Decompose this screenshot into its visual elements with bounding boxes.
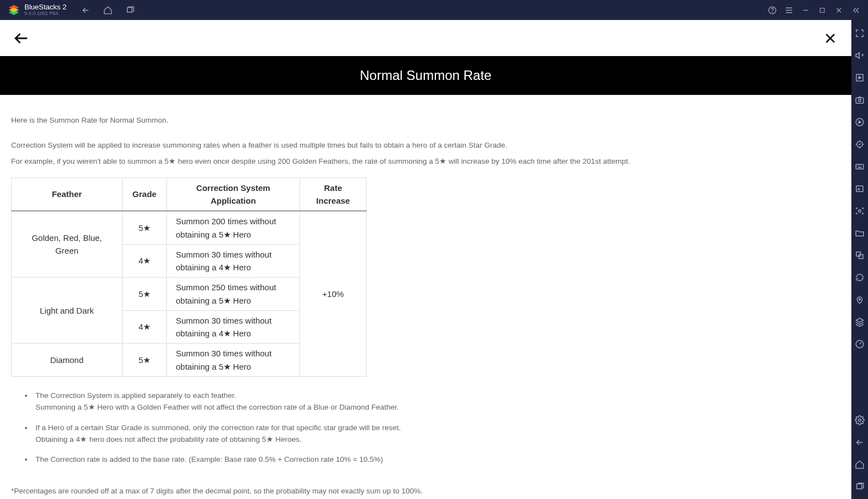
cell-grade: 5★ [123,211,167,244]
intro-line-3: For example, if you weren't able to summ… [11,156,840,168]
keyboard-icon[interactable] [854,161,865,172]
settings-icon[interactable] [854,415,865,426]
cell-feather: Golden, Red, Blue, Green [12,211,123,278]
svg-rect-11 [856,186,863,192]
play-square-icon[interactable] [854,72,865,83]
svg-point-15 [859,299,861,300]
note-line-a: The Correction System is applied separat… [35,390,840,402]
layers-icon[interactable] [854,316,865,327]
th-grade: Grade [123,178,167,211]
collapse-sidebar-icon[interactable] [847,2,864,18]
side-recents-icon[interactable] [854,481,865,492]
table-row: Golden, Red, Blue, Green 5★ Summon 200 t… [12,211,367,244]
menu-icon[interactable] [780,2,797,18]
side-toolbar [851,20,868,499]
svg-point-12 [859,210,861,213]
folder-icon[interactable] [854,228,865,239]
cell-feather: Diamond [12,344,123,377]
cell-grade: 5★ [123,278,167,311]
notes-list: The Correction System is applied separat… [33,390,840,466]
page-content: Here is the Summon Rate for Normal Summo… [0,95,851,499]
th-feather: Feather [12,178,123,211]
page-title-bar: Normal Summon Rate [0,56,851,95]
list-item: If a Hero of a certain Star Grade is sum… [33,422,840,446]
nav-recents-icon[interactable] [122,2,139,18]
note-line-b: Summoning a 5★ Hero with a Golden Feathe… [35,402,840,414]
note-line-a: If a Hero of a certain Star Grade is sum… [35,422,840,434]
cell-apply: Summon 30 times without obtaining a 5★ H… [167,344,300,377]
help-icon[interactable] [764,2,780,18]
svg-rect-18 [857,484,862,489]
nav-home-icon[interactable] [100,2,116,18]
svg-point-17 [859,419,861,422]
svg-point-9 [859,144,860,145]
cell-feather: Light and Dark [12,278,123,344]
note-line-b: Obtaining a 4★ hero does not affect the … [35,434,840,446]
correction-table: Feather Grade Correction System Applicat… [11,178,367,377]
note-line-a: The Correction rate is added to the base… [35,454,840,466]
locate-icon[interactable] [854,139,865,150]
window-minimize-icon[interactable] [797,2,814,18]
svg-rect-5 [856,98,864,103]
record-icon[interactable] [854,117,865,128]
svg-point-2 [772,12,773,12]
close-icon[interactable] [819,27,841,49]
cell-apply: Summon 30 times without obtaining a 4★ H… [167,244,300,278]
cell-apply: Summon 250 times without obtaining a 5★ … [167,278,300,311]
location-pin-icon[interactable] [854,294,865,305]
cell-grade: 4★ [123,244,167,278]
app-version: 5.9.0.1061 P64 [24,11,67,17]
list-item: The Correction System is applied separat… [33,390,840,414]
app-header [0,20,851,56]
nav-icons [78,2,139,18]
cell-apply: Summon 30 times without obtaining a 4★ H… [167,310,300,344]
svg-rect-3 [820,8,824,12]
svg-rect-0 [128,7,133,12]
fullscreen-icon[interactable] [854,28,865,39]
th-increase: Rate Increase [300,178,367,211]
app-title: BlueStacks 2 [24,3,67,11]
cell-grade: 4★ [123,310,167,344]
side-home-icon[interactable] [854,459,865,470]
multi-instance-icon[interactable] [854,250,865,261]
svg-point-6 [859,99,861,102]
nav-back-icon[interactable] [78,2,94,18]
side-back-icon[interactable] [854,437,865,448]
screenshot-icon[interactable] [854,205,865,216]
th-application: Correction System Application [167,178,300,211]
apk-icon[interactable] [854,183,865,194]
speed-icon[interactable] [854,339,865,350]
window-maximize-icon[interactable] [814,2,830,18]
back-arrow-icon[interactable] [10,27,32,49]
list-item: The Correction rate is added to the base… [33,454,840,466]
cell-grade: 5★ [123,344,167,377]
page-title: Normal Summon Rate [360,68,491,83]
camera-icon[interactable] [854,94,865,105]
volume-mute-icon[interactable] [854,50,865,61]
rotate-icon[interactable] [854,272,865,283]
cell-apply: Summon 200 times without obtaining a 5★ … [167,211,300,244]
intro-line-2: Correction System will be applied to inc… [11,140,840,152]
app-title-block: BlueStacks 2 5.9.0.1061 P64 [24,3,67,17]
window-titlebar: BlueStacks 2 5.9.0.1061 P64 [0,0,868,20]
intro-line-1: Here is the Summon Rate for Normal Summo… [11,115,840,127]
cell-increase: +10% [300,211,367,376]
window-close-icon[interactable] [830,2,847,18]
app-logo-icon [8,4,20,16]
footnote: *Percentages are rounded off at a max of… [11,486,840,497]
app-viewport: Normal Summon Rate Here is the Summon Ra… [0,20,851,499]
